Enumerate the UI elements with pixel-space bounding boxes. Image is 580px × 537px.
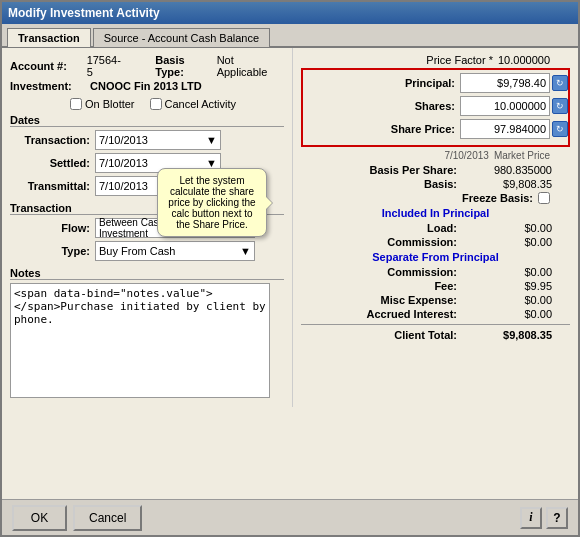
- window-title: Modify Investment Activity: [8, 6, 160, 20]
- included-in-principal-header: Included In Principal: [301, 207, 570, 219]
- cancel-button[interactable]: Cancel: [73, 505, 142, 531]
- commission1-label: Commission:: [387, 236, 457, 248]
- on-blotter-row: On Blotter: [70, 98, 135, 110]
- commission2-value: $0.00: [462, 266, 552, 278]
- help-icon-button[interactable]: ?: [546, 507, 568, 529]
- share-price-input[interactable]: [460, 119, 550, 139]
- bottom-left-buttons: OK Cancel: [12, 505, 142, 531]
- highlighted-values-box: Principal: ↻ Shares: ↻ Share Price:: [301, 68, 570, 147]
- price-factor-label: Price Factor *: [426, 54, 493, 66]
- type-label: Type:: [10, 245, 95, 257]
- basis-value: $9,808.35: [462, 178, 552, 190]
- separate-from-principal-header: Separate From Principal: [301, 251, 570, 263]
- freeze-basis-row: Freeze Basis:: [301, 192, 570, 204]
- commission1-value: $0.00: [462, 236, 552, 248]
- flow-label: Flow:: [10, 222, 95, 234]
- bottom-right-icons: i ?: [520, 507, 568, 529]
- tab-transaction[interactable]: Transaction: [7, 28, 91, 47]
- account-info: Account #: 17564-5 Basis Type: Not Appli…: [10, 54, 284, 92]
- bottom-bar: OK Cancel i ?: [2, 499, 578, 535]
- ok-button[interactable]: OK: [12, 505, 67, 531]
- share-price-refresh-btn[interactable]: ↻: [552, 121, 568, 137]
- accrued-interest-value: $0.00: [462, 308, 552, 320]
- misc-expense-row: Misc Expense: $0.00: [301, 294, 570, 306]
- on-blotter-checkbox[interactable]: [70, 98, 82, 110]
- principal-input[interactable]: [460, 73, 550, 93]
- tooltip-balloon: Let the system calculate the share price…: [157, 168, 267, 237]
- load-value: $0.00: [462, 222, 552, 234]
- notes-section: Notes <span data-bind="notes.value"></sp…: [10, 267, 284, 401]
- client-total-label: Client Total:: [394, 329, 457, 341]
- type-row: Type: Buy From Cash ▼: [10, 241, 284, 261]
- investment-label: Investment:: [10, 80, 90, 92]
- transaction-date-label: Transaction:: [10, 134, 95, 146]
- account-number-label: Account #:: [10, 60, 87, 72]
- info-icon-button[interactable]: i: [520, 507, 542, 529]
- misc-expense-label: Misc Expense:: [381, 294, 457, 306]
- basis-label: Basis:: [424, 178, 457, 190]
- main-window: Modify Investment Activity Transaction S…: [0, 0, 580, 537]
- tab-bar: Transaction Source - Account Cash Balanc…: [2, 24, 578, 48]
- price-factor-header: Price Factor * 10.000000: [301, 54, 570, 66]
- type-arrow: ▼: [240, 245, 251, 257]
- title-bar: Modify Investment Activity: [2, 2, 578, 24]
- tooltip-text: Let the system calculate the share price…: [168, 175, 255, 230]
- client-total-row: Client Total: $9,808.35: [301, 329, 570, 341]
- basis-type-label: Basis Type:: [155, 54, 213, 78]
- basis-per-share-label: Basis Per Share:: [370, 164, 457, 176]
- investment-row: Investment: CNOOC Fin 2013 LTD: [10, 80, 284, 92]
- fee-label: Fee:: [434, 280, 457, 292]
- principal-refresh-btn[interactable]: ↻: [552, 75, 568, 91]
- tab-source-account[interactable]: Source - Account Cash Balance: [93, 28, 270, 47]
- freeze-basis-label: Freeze Basis:: [462, 192, 533, 204]
- cancel-activity-checkbox[interactable]: [150, 98, 162, 110]
- on-blotter-label: On Blotter: [85, 98, 135, 110]
- date-label: 7/10/2013: [444, 150, 489, 161]
- investment-value: CNOOC Fin 2013 LTD: [90, 80, 202, 92]
- basis-per-share-value: 980.835000: [462, 164, 552, 176]
- shares-label: Shares:: [415, 100, 455, 112]
- dates-section-header: Dates: [10, 114, 284, 127]
- misc-expense-value: $0.00: [462, 294, 552, 306]
- transmittal-date-label: Transmittal:: [10, 180, 95, 192]
- cancel-activity-label: Cancel Activity: [165, 98, 237, 110]
- info-icon: i: [529, 510, 532, 525]
- fee-row: Fee: $9.95: [301, 280, 570, 292]
- shares-refresh-btn[interactable]: ↻: [552, 98, 568, 114]
- share-price-label: Share Price:: [391, 123, 455, 135]
- basis-per-share-row: Basis Per Share: 980.835000: [301, 164, 570, 176]
- settled-date-label: Settled:: [10, 157, 95, 169]
- principal-row: Principal: ↻: [306, 73, 568, 93]
- commission2-label: Commission:: [387, 266, 457, 278]
- freeze-basis-checkbox[interactable]: [538, 192, 550, 204]
- commission2-row: Commission: $0.00: [301, 266, 570, 278]
- transaction-date-input[interactable]: 7/10/2013 ▼: [95, 130, 221, 150]
- right-panel: Price Factor * 10.000000 Principal: ↻ Sh…: [292, 48, 578, 407]
- account-number-row: Account #: 17564-5 Basis Type: Not Appli…: [10, 54, 284, 78]
- share-price-row: Share Price: ↻: [306, 119, 568, 139]
- shares-input[interactable]: [460, 96, 550, 116]
- market-price-label: Market Price: [494, 150, 550, 161]
- basis-row: Basis: $9,808.35: [301, 178, 570, 190]
- type-input[interactable]: Buy From Cash ▼: [95, 241, 255, 261]
- notes-textarea[interactable]: <span data-bind="notes.value"></span>Pur…: [10, 283, 270, 398]
- fee-value: $9.95: [462, 280, 552, 292]
- principal-label: Principal:: [405, 77, 455, 89]
- commission1-row: Commission: $0.00: [301, 236, 570, 248]
- basis-type-value: Not Applicable: [217, 54, 284, 78]
- accrued-interest-label: Accrued Interest:: [367, 308, 457, 320]
- help-icon: ?: [553, 511, 560, 525]
- transaction-date-row: Transaction: 7/10/2013 ▼: [10, 130, 284, 150]
- shares-row: Shares: ↻: [306, 96, 568, 116]
- account-number-value: 17564-5: [87, 54, 126, 78]
- transaction-date-arrow: ▼: [206, 134, 217, 146]
- accrued-interest-row: Accrued Interest: $0.00: [301, 308, 570, 320]
- load-label: Load:: [427, 222, 457, 234]
- main-body: Account #: 17564-5 Basis Type: Not Appli…: [2, 48, 578, 407]
- two-columns-layout: Account #: 17564-5 Basis Type: Not Appli…: [2, 48, 578, 407]
- divider: [301, 324, 570, 325]
- market-price-row: 7/10/2013 Market Price: [301, 150, 570, 161]
- notes-section-header: Notes: [10, 267, 284, 280]
- checkboxes-row: On Blotter Cancel Activity: [10, 98, 284, 110]
- price-factor-value: 10.000000: [498, 54, 550, 66]
